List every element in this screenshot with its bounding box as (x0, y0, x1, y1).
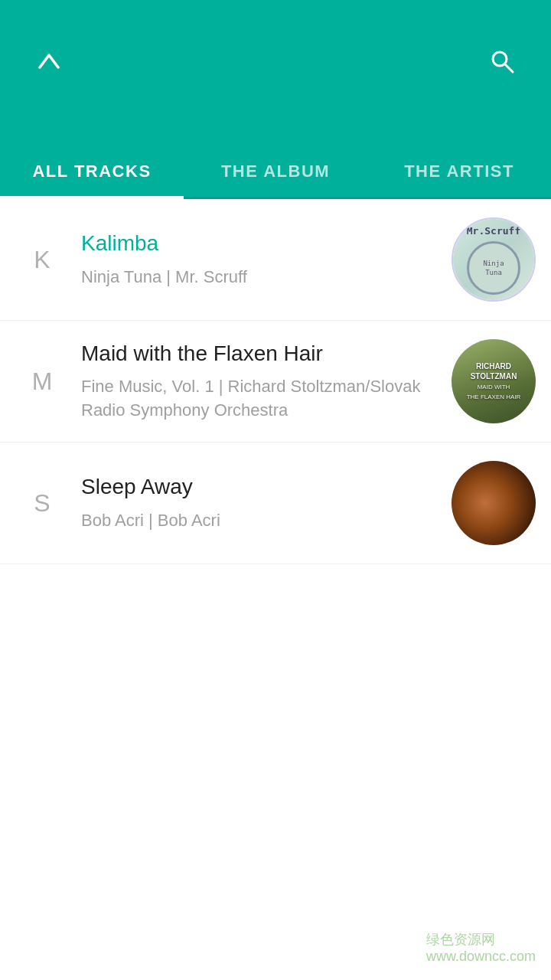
list-item[interactable]: K Kalimba Ninja Tuna | Mr. Scruff Mr.Scr… (0, 199, 551, 321)
track-subtitle: Fine Music, Vol. 1 | Richard Stoltzman/S… (81, 375, 439, 423)
track-title: Sleep Away (81, 473, 439, 501)
chevron-up-icon (35, 47, 63, 75)
track-letter: K (15, 246, 69, 274)
track-info: Sleep Away Bob Acri | Bob Acri (69, 473, 452, 532)
track-letter: S (15, 489, 69, 518)
list-item[interactable]: S Sleep Away Bob Acri | Bob Acri (0, 443, 551, 564)
back-button[interactable] (31, 43, 67, 80)
track-title: Maid with the Flaxen Hair (81, 340, 439, 368)
track-artwork (452, 461, 536, 545)
search-button[interactable] (484, 43, 520, 80)
list-item[interactable]: M Maid with the Flaxen Hair Fine Music, … (0, 321, 551, 443)
tab-all-tracks[interactable]: ALL TRACKS (0, 162, 184, 197)
track-artwork: Mr.Scruff NinjaTuna (452, 217, 536, 302)
track-subtitle: Ninja Tuna | Mr. Scruff (81, 266, 439, 289)
track-info: Maid with the Flaxen Hair Fine Music, Vo… (69, 340, 452, 423)
tab-bar: ALL TRACKS THe ALBUM THe ARTIST (0, 122, 551, 199)
tab-the-album[interactable]: THe ALBUM (184, 162, 367, 197)
track-artwork: RICHARDSTOLTZMANMAID WITHTHE FLAXEN HAIR (452, 339, 536, 423)
tab-the-artist[interactable]: THe ARTIST (367, 162, 551, 197)
track-subtitle: Bob Acri | Bob Acri (81, 509, 439, 533)
svg-line-1 (505, 64, 513, 72)
track-title: Kalimba (81, 230, 439, 257)
track-info: Kalimba Ninja Tuna | Mr. Scruff (69, 230, 452, 289)
watermark: 绿色资源网 www.downcc.com (426, 930, 536, 965)
search-icon (488, 47, 516, 75)
track-list: K Kalimba Ninja Tuna | Mr. Scruff Mr.Scr… (0, 199, 551, 564)
track-letter: M (15, 368, 69, 396)
app-header (0, 0, 551, 122)
